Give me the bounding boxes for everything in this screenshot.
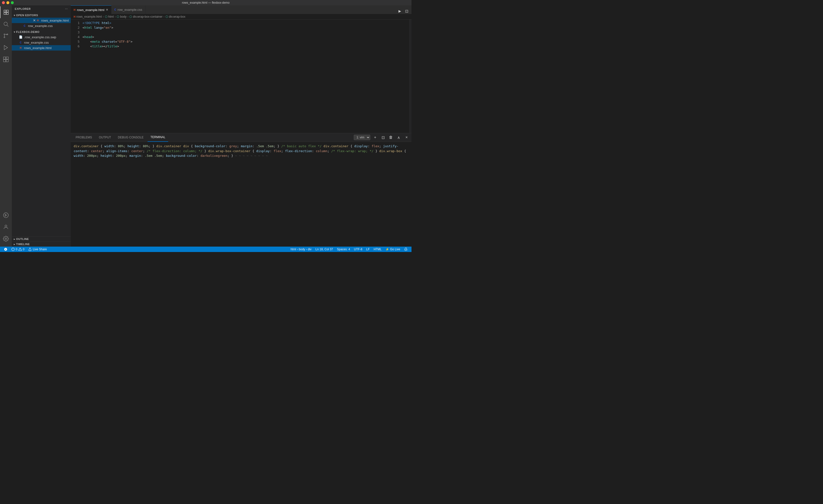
terminal-content[interactable]: div.container { width: 80%; height: 80%;… <box>71 142 412 247</box>
open-editor-filename: rows_example.html <box>41 19 69 22</box>
code-editor[interactable]: 123456 <!DOCTYPE html> <html lang="en"> … <box>71 20 412 133</box>
status-remote[interactable] <box>2 247 9 252</box>
breadcrumb-body[interactable]: body <box>120 15 127 18</box>
svg-line-5 <box>7 25 9 27</box>
svg-point-14 <box>5 225 7 227</box>
css-file-icon-2: C <box>19 40 23 44</box>
breadcrumb-sep-1: › <box>103 15 104 18</box>
title-bar: rows_example.html — flexbox-demo <box>0 0 412 5</box>
tab-rows-html[interactable]: H rows_example.html × <box>71 5 112 14</box>
liveshare-text: Live Share <box>33 248 47 251</box>
error-count: 0 <box>16 248 17 251</box>
tab-close-icon[interactable]: × <box>106 8 108 12</box>
maximize-panel-button[interactable]: ∧ <box>396 135 402 141</box>
chevron-right-icon: ▸ <box>14 238 15 240</box>
traffic-lights <box>2 1 14 4</box>
terminal-panel: PROBLEMS OUTPUT DEBUG CONSOLE TERMINAL 1… <box>71 133 412 247</box>
close-icon[interactable]: ✕ <box>33 18 36 22</box>
activity-search[interactable] <box>0 18 12 30</box>
line-numbers: 123456 <box>71 20 81 133</box>
project-file-html[interactable]: H rows_example.html <box>12 45 71 50</box>
close-button[interactable] <box>2 1 5 4</box>
open-editors-header[interactable]: ▾ Open Editors <box>12 13 71 18</box>
timeline-section: ▸ Timeline <box>12 241 71 247</box>
maximize-button[interactable] <box>11 1 14 4</box>
activity-extensions[interactable] <box>0 53 12 65</box>
breadcrumb-sep-4: › <box>164 15 165 18</box>
status-breadcrumb[interactable]: html › body › div <box>289 248 313 251</box>
status-html-path: html › body › div <box>291 248 311 251</box>
activity-explorer[interactable] <box>0 6 12 18</box>
encoding-label: UTF-8 <box>354 248 362 251</box>
svg-rect-1 <box>6 10 8 12</box>
status-errors[interactable]: 0 0 <box>9 247 26 252</box>
svg-point-4 <box>4 22 7 25</box>
project-header[interactable]: ▾ FLEXBOX-DEMO <box>12 29 71 34</box>
close-panel-button[interactable]: × <box>403 135 409 141</box>
status-cursor[interactable]: Ln 18, Col 37 <box>314 248 335 251</box>
activity-bottom <box>0 209 12 247</box>
generic-file-icon: 📄 <box>19 35 23 39</box>
breadcrumb-file[interactable]: rows_example.html <box>76 15 102 18</box>
svg-rect-2 <box>4 12 6 14</box>
panel-actions: 1: vim + ⊡ 🗑 ∧ × <box>354 135 409 141</box>
breadcrumb: H rows_example.html › ⬡ html › ⬡ body › … <box>71 14 412 20</box>
open-editor-row-css[interactable]: C row_example.css <box>12 23 71 28</box>
split-editor-button[interactable]: ⊡ <box>403 8 409 14</box>
warning-icon <box>18 248 22 251</box>
window-title: rows_example.html — flexbox-demo <box>182 1 229 4</box>
status-liveshare[interactable]: Live Share <box>26 247 49 252</box>
run-button[interactable]: ▶ <box>397 8 403 14</box>
status-encoding[interactable]: UTF-8 <box>352 248 364 251</box>
language-label: HTML <box>374 248 382 251</box>
add-terminal-button[interactable]: + <box>372 135 378 141</box>
panel-tab-problems[interactable]: PROBLEMS <box>73 133 95 142</box>
code-content[interactable]: <!DOCTYPE html> <html lang="en"> <head> … <box>81 20 409 133</box>
status-eol[interactable]: LF <box>364 248 372 251</box>
tab-filename-2: row_example.css <box>118 8 142 12</box>
terminal-dropdown[interactable]: 1: vim <box>354 135 370 140</box>
open-editors-section: ▾ Open Editors ✕ H rows_example.html C r… <box>12 12 71 29</box>
go-live-text: ⚡ Go Live <box>385 248 400 251</box>
status-notifications[interactable] <box>402 248 409 251</box>
breadcrumb-html-icon: H <box>74 15 75 18</box>
breadcrumb-wrap-box[interactable]: div.wrap-box <box>169 15 185 18</box>
activity-run-debug[interactable] <box>0 42 12 53</box>
sidebar: Explorer ··· ▾ Open Editors ✕ H rows_exa… <box>12 5 71 247</box>
outline-header[interactable]: ▸ Outline <box>12 237 71 241</box>
panel-tab-terminal[interactable]: TERMINAL <box>148 133 168 142</box>
status-go-live[interactable]: ⚡ Go Live <box>383 248 402 251</box>
breadcrumb-body-icon: ⬡ <box>117 15 119 18</box>
svg-point-15 <box>5 238 7 240</box>
split-terminal-button[interactable]: ⊡ <box>380 135 386 141</box>
project-file-swp[interactable]: 📄 .row_example.css.swp <box>12 34 71 40</box>
html-file-icon: H <box>36 18 40 22</box>
status-language[interactable]: HTML <box>372 248 384 251</box>
cursor-position: Ln 18, Col 37 <box>316 248 333 251</box>
status-spaces[interactable]: Spaces: 4 <box>335 248 352 251</box>
error-icon <box>11 248 15 251</box>
project-file-css[interactable]: C row_example.css <box>12 40 71 45</box>
svg-point-8 <box>4 34 5 35</box>
timeline-header[interactable]: ▸ Timeline <box>12 242 71 247</box>
spaces-label: Spaces: 4 <box>337 248 350 251</box>
sidebar-more-icon[interactable]: ··· <box>65 7 68 10</box>
activity-remote[interactable] <box>0 209 12 221</box>
open-editor-rows-html[interactable]: ✕ H rows_example.html <box>12 18 71 23</box>
project-filename-3: rows_example.html <box>24 46 51 50</box>
activity-settings[interactable] <box>0 233 12 245</box>
activity-source-control[interactable] <box>0 30 12 42</box>
breadcrumb-wrap-container[interactable]: div.wrap-box-container <box>133 15 163 18</box>
breadcrumb-wrap-box-icon: ⬡ <box>165 15 168 18</box>
breadcrumb-sep-2: › <box>115 15 116 18</box>
tab-row-css[interactable]: C row_example.css <box>112 5 146 14</box>
svg-rect-0 <box>4 10 6 12</box>
panel-tab-debug[interactable]: DEBUG CONSOLE <box>115 133 147 142</box>
breadcrumb-wrap-container-icon: ⬡ <box>129 15 132 18</box>
chevron-right-icon-2: ▸ <box>14 243 15 246</box>
panel-tab-output[interactable]: OUTPUT <box>96 133 114 142</box>
breadcrumb-html[interactable]: html <box>108 15 114 18</box>
delete-terminal-button[interactable]: 🗑 <box>388 135 394 141</box>
minimize-button[interactable] <box>6 1 9 4</box>
activity-account[interactable] <box>0 221 12 233</box>
